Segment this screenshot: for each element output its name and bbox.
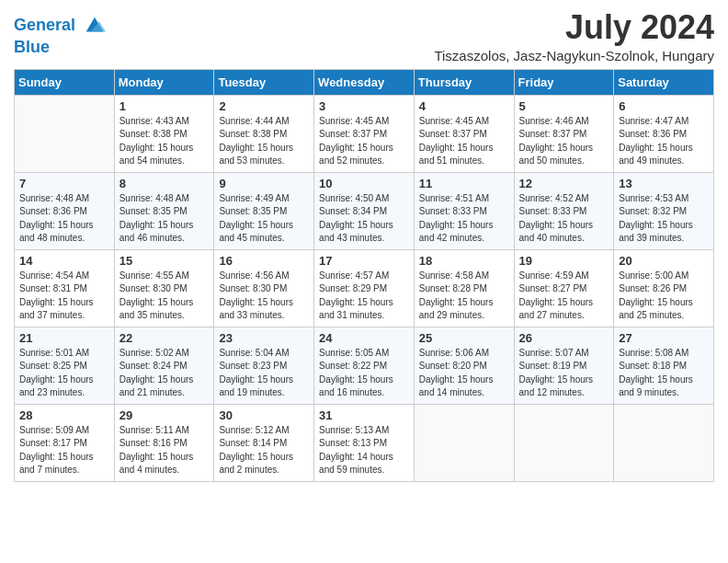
col-header-friday: Friday bbox=[514, 69, 614, 95]
day-number: 3 bbox=[319, 99, 409, 113]
calendar-week-2: 7Sunrise: 4:48 AM Sunset: 8:36 PM Daylig… bbox=[15, 172, 714, 249]
calendar-cell: 22Sunrise: 5:02 AM Sunset: 8:24 PM Dayli… bbox=[114, 327, 214, 404]
day-info: Sunrise: 4:52 AM Sunset: 8:33 PM Dayligh… bbox=[519, 192, 609, 246]
calendar-week-1: 1Sunrise: 4:43 AM Sunset: 8:38 PM Daylig… bbox=[15, 95, 714, 172]
calendar-cell: 21Sunrise: 5:01 AM Sunset: 8:25 PM Dayli… bbox=[15, 327, 115, 404]
month-title: July 2024 bbox=[434, 9, 714, 46]
day-info: Sunrise: 5:06 AM Sunset: 8:20 PM Dayligh… bbox=[419, 347, 509, 400]
day-info: Sunrise: 5:07 AM Sunset: 8:19 PM Dayligh… bbox=[519, 347, 609, 400]
calendar-table: SundayMondayTuesdayWednesdayThursdayFrid… bbox=[14, 69, 714, 482]
calendar-cell: 18Sunrise: 4:58 AM Sunset: 8:28 PM Dayli… bbox=[414, 249, 514, 327]
day-number: 30 bbox=[219, 408, 309, 422]
day-info: Sunrise: 4:55 AM Sunset: 8:30 PM Dayligh… bbox=[119, 270, 210, 323]
day-number: 6 bbox=[619, 99, 709, 113]
day-info: Sunrise: 4:47 AM Sunset: 8:36 PM Dayligh… bbox=[619, 115, 709, 168]
logo-general: General bbox=[14, 16, 75, 34]
calendar-cell bbox=[15, 95, 115, 172]
day-info: Sunrise: 5:05 AM Sunset: 8:22 PM Dayligh… bbox=[319, 347, 409, 400]
day-info: Sunrise: 4:45 AM Sunset: 8:37 PM Dayligh… bbox=[419, 115, 509, 168]
calendar-cell: 27Sunrise: 5:08 AM Sunset: 8:18 PM Dayli… bbox=[614, 327, 714, 404]
logo-text: General bbox=[14, 13, 108, 39]
day-number: 22 bbox=[119, 331, 210, 345]
day-info: Sunrise: 5:09 AM Sunset: 8:17 PM Dayligh… bbox=[19, 424, 109, 477]
day-number: 17 bbox=[319, 254, 409, 268]
calendar-week-3: 14Sunrise: 4:54 AM Sunset: 8:31 PM Dayli… bbox=[15, 249, 714, 327]
col-header-sunday: Sunday bbox=[15, 69, 115, 95]
calendar-cell: 15Sunrise: 4:55 AM Sunset: 8:30 PM Dayli… bbox=[114, 249, 214, 327]
calendar-cell: 2Sunrise: 4:44 AM Sunset: 8:38 PM Daylig… bbox=[214, 95, 314, 172]
calendar-cell: 16Sunrise: 4:56 AM Sunset: 8:30 PM Dayli… bbox=[214, 249, 314, 327]
day-number: 9 bbox=[219, 177, 309, 190]
calendar-cell: 20Sunrise: 5:00 AM Sunset: 8:26 PM Dayli… bbox=[614, 249, 714, 327]
col-header-saturday: Saturday bbox=[614, 69, 714, 95]
day-number: 7 bbox=[19, 177, 109, 190]
day-number: 25 bbox=[419, 331, 509, 345]
calendar-cell: 28Sunrise: 5:09 AM Sunset: 8:17 PM Dayli… bbox=[15, 404, 115, 481]
calendar-week-5: 28Sunrise: 5:09 AM Sunset: 8:17 PM Dayli… bbox=[15, 404, 714, 481]
calendar-cell: 25Sunrise: 5:06 AM Sunset: 8:20 PM Dayli… bbox=[414, 327, 514, 404]
logo-blue: Blue bbox=[14, 39, 108, 57]
day-number: 26 bbox=[519, 331, 609, 345]
col-header-monday: Monday bbox=[114, 69, 214, 95]
calendar-cell: 19Sunrise: 4:59 AM Sunset: 8:27 PM Dayli… bbox=[514, 249, 614, 327]
calendar-cell bbox=[514, 404, 614, 481]
day-number: 21 bbox=[19, 331, 109, 345]
day-number: 31 bbox=[319, 408, 409, 422]
calendar-cell: 17Sunrise: 4:57 AM Sunset: 8:29 PM Dayli… bbox=[314, 249, 415, 327]
day-info: Sunrise: 4:44 AM Sunset: 8:38 PM Dayligh… bbox=[219, 115, 309, 168]
calendar-cell: 4Sunrise: 4:45 AM Sunset: 8:37 PM Daylig… bbox=[414, 95, 514, 172]
day-info: Sunrise: 5:11 AM Sunset: 8:16 PM Dayligh… bbox=[119, 424, 210, 477]
col-header-tuesday: Tuesday bbox=[214, 69, 314, 95]
calendar-cell: 29Sunrise: 5:11 AM Sunset: 8:16 PM Dayli… bbox=[114, 404, 214, 481]
day-info: Sunrise: 4:54 AM Sunset: 8:31 PM Dayligh… bbox=[19, 270, 109, 323]
day-number: 29 bbox=[119, 408, 210, 422]
col-header-thursday: Thursday bbox=[414, 69, 514, 95]
calendar-cell: 14Sunrise: 4:54 AM Sunset: 8:31 PM Dayli… bbox=[15, 249, 115, 327]
calendar-header-row: SundayMondayTuesdayWednesdayThursdayFrid… bbox=[15, 69, 714, 95]
day-number: 5 bbox=[519, 99, 609, 113]
calendar-cell: 6Sunrise: 4:47 AM Sunset: 8:36 PM Daylig… bbox=[614, 95, 714, 172]
day-info: Sunrise: 5:00 AM Sunset: 8:26 PM Dayligh… bbox=[619, 270, 709, 323]
day-info: Sunrise: 5:01 AM Sunset: 8:25 PM Dayligh… bbox=[19, 347, 109, 400]
day-info: Sunrise: 4:58 AM Sunset: 8:28 PM Dayligh… bbox=[419, 270, 509, 323]
day-info: Sunrise: 4:51 AM Sunset: 8:33 PM Dayligh… bbox=[419, 192, 509, 246]
day-number: 12 bbox=[519, 177, 609, 190]
day-number: 13 bbox=[619, 177, 709, 190]
day-info: Sunrise: 4:57 AM Sunset: 8:29 PM Dayligh… bbox=[319, 270, 409, 323]
calendar-cell: 30Sunrise: 5:12 AM Sunset: 8:14 PM Dayli… bbox=[214, 404, 314, 481]
day-info: Sunrise: 4:56 AM Sunset: 8:30 PM Dayligh… bbox=[219, 270, 309, 323]
calendar-cell: 9Sunrise: 4:49 AM Sunset: 8:35 PM Daylig… bbox=[214, 172, 314, 249]
day-number: 27 bbox=[619, 331, 709, 345]
calendar-cell bbox=[614, 404, 714, 481]
day-number: 20 bbox=[619, 254, 709, 268]
calendar-week-4: 21Sunrise: 5:01 AM Sunset: 8:25 PM Dayli… bbox=[15, 327, 714, 404]
day-number: 15 bbox=[119, 254, 210, 268]
day-info: Sunrise: 4:50 AM Sunset: 8:34 PM Dayligh… bbox=[319, 192, 409, 246]
page-header: General Blue July 2024 Tiszaszolos, Jasz… bbox=[14, 9, 714, 63]
day-info: Sunrise: 5:04 AM Sunset: 8:23 PM Dayligh… bbox=[219, 347, 309, 400]
day-info: Sunrise: 4:59 AM Sunset: 8:27 PM Dayligh… bbox=[519, 270, 609, 323]
calendar-cell: 10Sunrise: 4:50 AM Sunset: 8:34 PM Dayli… bbox=[314, 172, 415, 249]
day-info: Sunrise: 4:49 AM Sunset: 8:35 PM Dayligh… bbox=[219, 192, 309, 246]
day-number: 8 bbox=[119, 177, 210, 190]
calendar-cell: 13Sunrise: 4:53 AM Sunset: 8:32 PM Dayli… bbox=[614, 172, 714, 249]
day-number: 16 bbox=[219, 254, 309, 268]
day-number: 28 bbox=[19, 408, 109, 422]
day-number: 4 bbox=[419, 99, 509, 113]
location-title: Tiszaszolos, Jasz-Nagykun-Szolnok, Hunga… bbox=[434, 48, 714, 63]
day-number: 23 bbox=[219, 331, 309, 345]
calendar-cell: 26Sunrise: 5:07 AM Sunset: 8:19 PM Dayli… bbox=[514, 327, 614, 404]
day-info: Sunrise: 4:46 AM Sunset: 8:37 PM Dayligh… bbox=[519, 115, 609, 168]
calendar-cell: 31Sunrise: 5:13 AM Sunset: 8:13 PM Dayli… bbox=[314, 404, 415, 481]
day-number: 24 bbox=[319, 331, 409, 345]
day-info: Sunrise: 4:48 AM Sunset: 8:35 PM Dayligh… bbox=[119, 192, 210, 246]
logo: General Blue bbox=[14, 13, 108, 57]
day-info: Sunrise: 5:08 AM Sunset: 8:18 PM Dayligh… bbox=[619, 347, 709, 400]
calendar-cell: 1Sunrise: 4:43 AM Sunset: 8:38 PM Daylig… bbox=[114, 95, 214, 172]
day-info: Sunrise: 4:45 AM Sunset: 8:37 PM Dayligh… bbox=[319, 115, 409, 168]
day-number: 11 bbox=[419, 177, 509, 190]
day-info: Sunrise: 4:48 AM Sunset: 8:36 PM Dayligh… bbox=[19, 192, 109, 246]
day-number: 14 bbox=[19, 254, 109, 268]
day-info: Sunrise: 5:02 AM Sunset: 8:24 PM Dayligh… bbox=[119, 347, 210, 400]
day-info: Sunrise: 4:53 AM Sunset: 8:32 PM Dayligh… bbox=[619, 192, 709, 246]
